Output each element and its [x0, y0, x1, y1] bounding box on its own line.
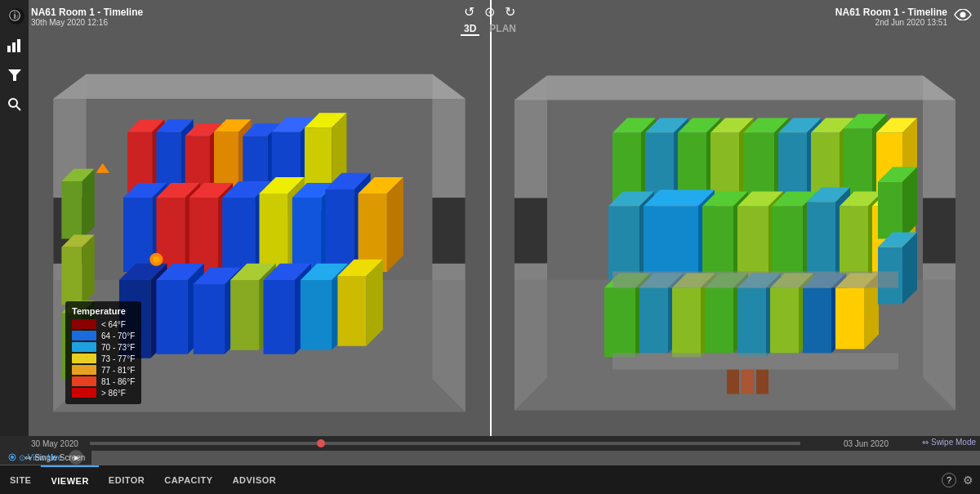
svg-marker-148 — [840, 207, 868, 276]
right-header: NA61 Room 1 - Timeline 2nd Jun 2020 13:5… — [490, 0, 980, 33]
svg-marker-157 — [639, 288, 668, 354]
svg-point-190 — [11, 456, 14, 459]
svg-rect-187 — [612, 272, 898, 288]
legend-label-1: 64 - 70°F — [101, 332, 135, 340]
timeline-marker-top[interactable] — [317, 439, 325, 447]
nav-site[interactable]: SITE — [0, 465, 41, 494]
legend-label-5: 81 - 86°F — [101, 377, 135, 386]
swipe-mode-text: Swipe Mode — [931, 438, 976, 447]
help-button[interactable]: ? — [942, 473, 956, 487]
svg-rect-188 — [612, 354, 898, 370]
legend-title: Temperature — [72, 306, 135, 316]
svg-rect-2 — [7, 46, 11, 52]
single-screen-text: Single Screen — [34, 453, 85, 462]
single-screen-icon: ⇔ — [24, 453, 31, 462]
svg-marker-67 — [194, 284, 225, 354]
svg-marker-175 — [835, 288, 864, 349]
right-title: NA61 Room 1 - Timeline — [835, 7, 947, 18]
view-mode-toggle: 3D PLAN — [461, 23, 519, 36]
legend-item-6: > 86°F — [72, 388, 135, 398]
left-header-text: NA61 Room 1 - Timeline 30th May 2020 12:… — [31, 7, 143, 27]
right-header-text: NA61 Room 1 - Timeline 2nd Jun 2020 13:5… — [835, 7, 947, 27]
rotate-left-btn[interactable]: ↺ — [464, 4, 474, 20]
legend-label-3: 73 - 77°F — [101, 354, 135, 363]
left-sidebar: ⓘ — [0, 0, 29, 437]
legend-color-1 — [72, 331, 96, 340]
svg-rect-184 — [727, 370, 739, 394]
svg-marker-49 — [260, 194, 288, 272]
svg-marker-60 — [387, 177, 403, 272]
svg-marker-172 — [803, 288, 831, 354]
temperature-legend: Temperature < 64°F 64 - 70°F 70 - 73°F 7… — [65, 301, 141, 404]
legend-label-0: < 64°F — [101, 320, 126, 329]
filter-icon[interactable] — [5, 65, 24, 85]
nav-advisor[interactable]: ADVISOR — [223, 465, 287, 494]
left-header: N NA61 Room 1 - Timeline 30th May 2020 1… — [0, 0, 490, 33]
svg-point-6 — [9, 99, 17, 107]
svg-marker-64 — [156, 280, 187, 354]
timeline-track-top[interactable] — [90, 442, 800, 445]
svg-marker-52 — [292, 198, 321, 272]
legend-label-4: 77 - 81°F — [101, 366, 135, 375]
svg-marker-73 — [264, 280, 295, 354]
left-viewport: N NA61 Room 1 - Timeline 30th May 2020 1… — [0, 0, 490, 437]
top-controls: ↺ ⊙ ↻ 3D PLAN — [461, 4, 519, 36]
legend-color-4 — [72, 365, 96, 375]
nav-editor[interactable]: EDITOR — [99, 465, 154, 494]
svg-rect-102 — [923, 198, 956, 264]
svg-marker-79 — [337, 276, 366, 346]
svg-marker-145 — [807, 202, 835, 280]
legend-color-0 — [72, 319, 96, 329]
playback-bar: ⊙ View Live ▶ ⇔ Single Screen — [0, 450, 91, 465]
legend-label-6: > 86°F — [101, 389, 126, 398]
legend-color-5 — [72, 376, 96, 386]
svg-marker-163 — [705, 288, 733, 354]
svg-marker-160 — [672, 288, 701, 358]
timeline-bar-top: 30 May 2020 03 Jun 2020 ⇔ Swipe Mode — [0, 436, 980, 451]
svg-rect-15 — [432, 198, 465, 264]
chart-icon[interactable] — [5, 36, 24, 56]
swipe-arrows: ⇔ — [922, 438, 929, 447]
legend-item-5: 81 - 86°F — [72, 376, 135, 386]
svg-rect-185 — [742, 370, 754, 394]
svg-marker-142 — [772, 207, 803, 280]
legend-item-0: < 64°F — [72, 319, 135, 329]
settings-button[interactable]: ⚙ — [963, 474, 973, 487]
legend-color-3 — [72, 354, 96, 363]
swipe-mode-label[interactable]: ⇔ Swipe Mode — [922, 438, 976, 447]
nav-capacity[interactable]: CAPACITY — [154, 465, 222, 494]
timeline-left-label: 30 May 2020 — [31, 439, 78, 448]
svg-marker-166 — [737, 288, 766, 358]
reset-view-btn[interactable]: ⊙ — [484, 4, 495, 20]
view-rotation-controls: ↺ ⊙ ↻ — [464, 4, 515, 20]
svg-rect-3 — [12, 42, 16, 52]
info-icon[interactable]: ⓘ — [5, 7, 24, 26]
legend-item-2: 70 - 73°F — [72, 342, 135, 352]
svg-marker-10 — [53, 74, 465, 99]
svg-marker-154 — [604, 288, 635, 358]
eye-icon[interactable] — [954, 9, 972, 24]
legend-item-3: 73 - 77°F — [72, 354, 135, 363]
svg-point-94 — [960, 12, 966, 18]
svg-marker-139 — [737, 207, 768, 280]
search-icon[interactable] — [5, 95, 24, 114]
svg-marker-5 — [8, 69, 21, 81]
svg-marker-70 — [230, 280, 259, 350]
timeline-right-label: 03 Jun 2020 — [844, 439, 889, 448]
tab-plan[interactable]: PLAN — [486, 23, 519, 36]
left-visualization: Temperature < 64°F 64 - 70°F 70 - 73°F 7… — [29, 33, 490, 437]
svg-point-92 — [153, 256, 159, 263]
split-view: N NA61 Room 1 - Timeline 30th May 2020 1… — [0, 0, 980, 437]
nav-viewer[interactable]: VIEWER — [41, 465, 98, 494]
svg-marker-37 — [123, 198, 152, 272]
split-divider — [490, 0, 492, 437]
rotate-right-btn[interactable]: ↻ — [505, 4, 515, 20]
single-screen-btn[interactable]: ⇔ Single Screen — [24, 453, 85, 462]
legend-color-2 — [72, 342, 96, 352]
svg-marker-82 — [61, 181, 82, 239]
legend-item-4: 77 - 81°F — [72, 365, 135, 375]
svg-marker-55 — [325, 189, 354, 276]
svg-rect-186 — [756, 370, 768, 394]
tab-3d[interactable]: 3D — [461, 23, 479, 36]
svg-marker-169 — [770, 288, 799, 354]
